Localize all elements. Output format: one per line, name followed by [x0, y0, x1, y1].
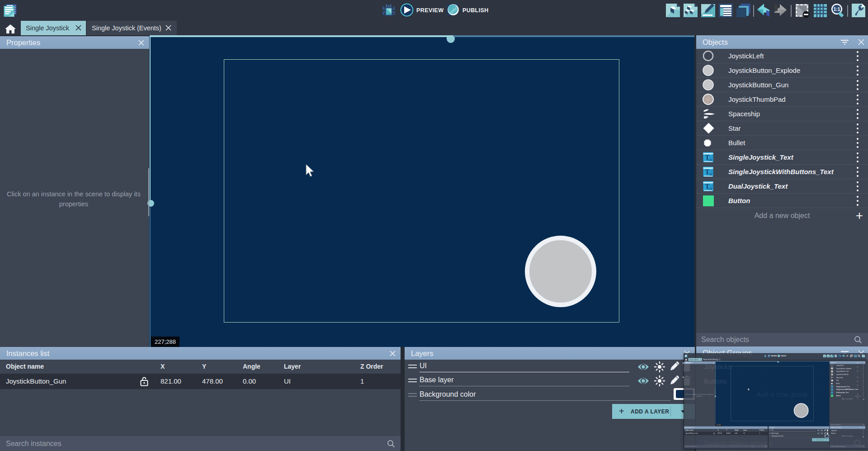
svg-text:x: x — [832, 386, 833, 387]
svg-text:T: T — [705, 168, 709, 176]
svg-text:x: x — [832, 393, 833, 394]
svg-text:x: x — [710, 172, 712, 176]
svg-text:x: x — [832, 389, 833, 390]
svg-text:x: x — [710, 186, 712, 191]
svg-text:1:1: 1:1 — [834, 7, 840, 12]
svg-text:T: T — [705, 154, 709, 161]
svg-text:T: T — [705, 183, 709, 190]
svg-text:x: x — [710, 157, 712, 162]
